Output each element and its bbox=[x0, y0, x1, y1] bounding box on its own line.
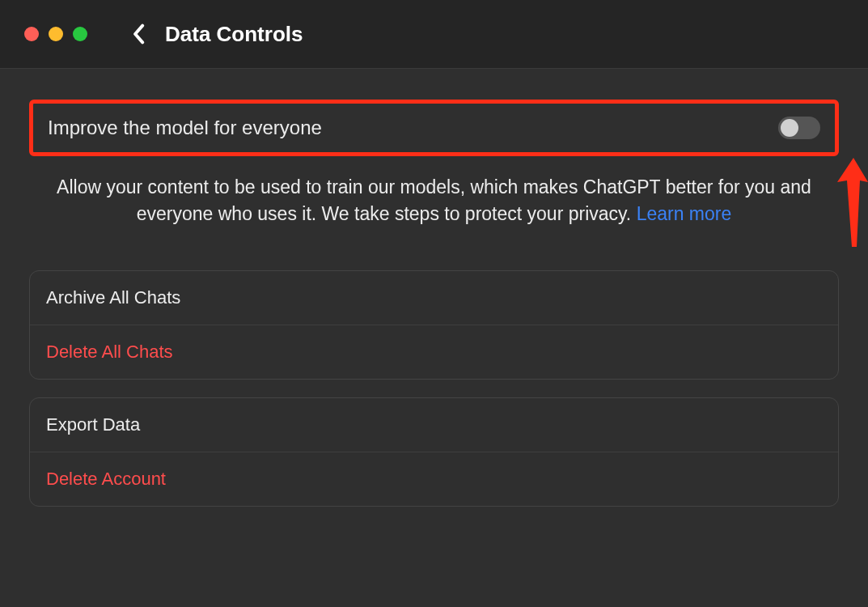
minimize-window-icon[interactable] bbox=[49, 27, 63, 41]
maximize-window-icon[interactable] bbox=[73, 27, 87, 41]
chevron-left-icon bbox=[131, 23, 146, 45]
close-window-icon[interactable] bbox=[24, 27, 39, 41]
chats-card: Archive All Chats Delete All Chats bbox=[29, 270, 839, 380]
delete-account-button[interactable]: Delete Account bbox=[30, 452, 838, 506]
improve-model-description: Allow your content to be used to train o… bbox=[37, 174, 831, 228]
archive-all-chats-button[interactable]: Archive All Chats bbox=[30, 271, 838, 325]
improve-model-label: Improve the model for everyone bbox=[48, 117, 322, 139]
titlebar: Data Controls bbox=[0, 0, 868, 69]
delete-all-chats-button[interactable]: Delete All Chats bbox=[30, 325, 838, 379]
improve-model-toggle[interactable] bbox=[778, 117, 820, 139]
account-card: Export Data Delete Account bbox=[29, 397, 839, 507]
page-title: Data Controls bbox=[165, 22, 303, 47]
export-data-button[interactable]: Export Data bbox=[30, 398, 838, 452]
improve-model-row: Improve the model for everyone bbox=[29, 100, 839, 156]
content-area: Improve the model for everyone Allow you… bbox=[0, 69, 868, 507]
back-button[interactable] bbox=[126, 22, 150, 46]
window-controls bbox=[24, 27, 87, 41]
toggle-knob-icon bbox=[781, 119, 798, 137]
learn-more-link[interactable]: Learn more bbox=[637, 203, 732, 224]
